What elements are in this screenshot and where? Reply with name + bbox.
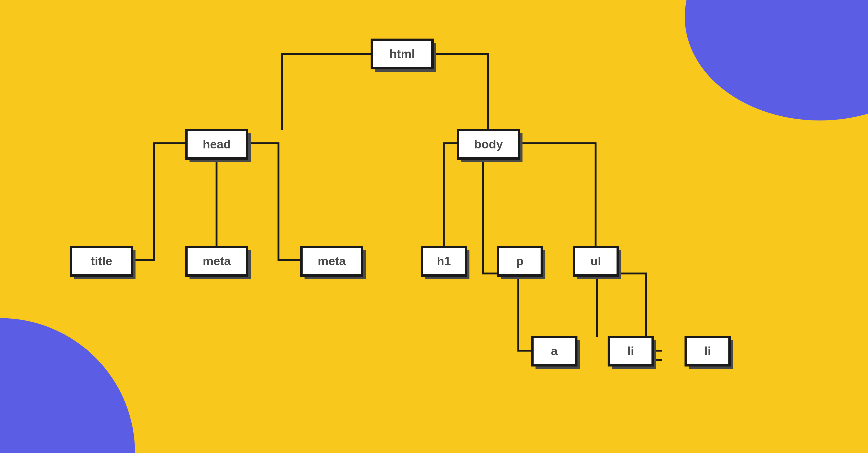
node-html: html — [371, 38, 434, 69]
node-body: body — [457, 129, 520, 160]
node-label-head: head — [203, 137, 231, 151]
node-h1: h1 — [421, 246, 467, 277]
node-label-h1: h1 — [437, 254, 451, 268]
node-label-body: body — [474, 137, 503, 151]
node-label-a: a — [551, 344, 558, 358]
node-li-2: li — [684, 336, 731, 366]
node-label-li-1: li — [627, 344, 634, 358]
node-head: head — [185, 129, 248, 160]
node-a: a — [531, 336, 578, 366]
node-label-html: html — [390, 47, 415, 61]
node-label-meta-2: meta — [318, 254, 346, 268]
node-label-p: p — [516, 254, 524, 268]
node-meta-2: meta — [300, 246, 363, 277]
node-label-title: title — [91, 254, 112, 268]
node-li-1: li — [608, 336, 654, 366]
node-ul: ul — [572, 246, 619, 277]
node-label-meta-1: meta — [203, 254, 231, 268]
node-label-ul: ul — [590, 254, 601, 268]
node-meta-1: meta — [185, 246, 248, 277]
node-label-li-2: li — [704, 344, 711, 358]
node-p: p — [497, 246, 543, 277]
node-title: title — [70, 246, 133, 277]
